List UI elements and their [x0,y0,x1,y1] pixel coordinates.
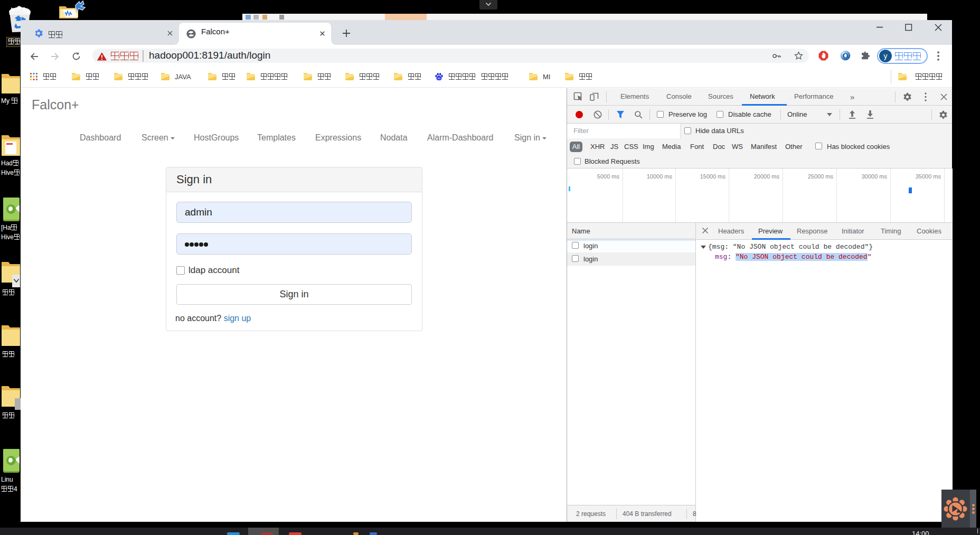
svg-text:du: du [437,77,440,80]
